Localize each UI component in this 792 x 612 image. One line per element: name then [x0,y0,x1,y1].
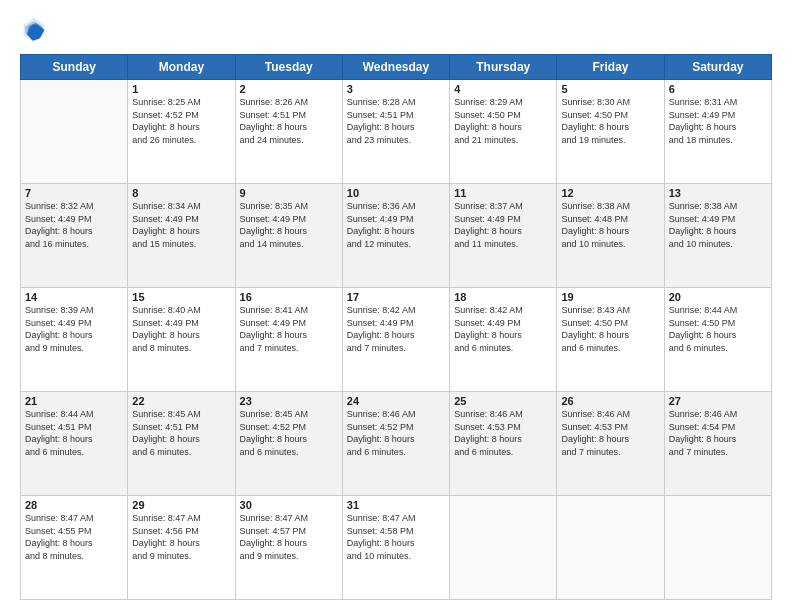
day-info: Sunrise: 8:45 AM Sunset: 4:51 PM Dayligh… [132,408,230,458]
day-info: Sunrise: 8:38 AM Sunset: 4:48 PM Dayligh… [561,200,659,250]
day-info: Sunrise: 8:46 AM Sunset: 4:53 PM Dayligh… [454,408,552,458]
day-number: 2 [240,83,338,95]
day-number: 19 [561,291,659,303]
day-number: 16 [240,291,338,303]
day-info: Sunrise: 8:37 AM Sunset: 4:49 PM Dayligh… [454,200,552,250]
calendar-cell: 31Sunrise: 8:47 AM Sunset: 4:58 PM Dayli… [342,496,449,600]
day-info: Sunrise: 8:25 AM Sunset: 4:52 PM Dayligh… [132,96,230,146]
calendar-cell: 29Sunrise: 8:47 AM Sunset: 4:56 PM Dayli… [128,496,235,600]
day-header-saturday: Saturday [664,55,771,80]
day-info: Sunrise: 8:47 AM Sunset: 4:55 PM Dayligh… [25,512,123,562]
day-info: Sunrise: 8:43 AM Sunset: 4:50 PM Dayligh… [561,304,659,354]
calendar-cell: 10Sunrise: 8:36 AM Sunset: 4:49 PM Dayli… [342,184,449,288]
day-info: Sunrise: 8:44 AM Sunset: 4:51 PM Dayligh… [25,408,123,458]
calendar-week-4: 21Sunrise: 8:44 AM Sunset: 4:51 PM Dayli… [21,392,772,496]
day-info: Sunrise: 8:47 AM Sunset: 4:56 PM Dayligh… [132,512,230,562]
day-number: 10 [347,187,445,199]
day-number: 6 [669,83,767,95]
day-info: Sunrise: 8:46 AM Sunset: 4:52 PM Dayligh… [347,408,445,458]
calendar-cell: 25Sunrise: 8:46 AM Sunset: 4:53 PM Dayli… [450,392,557,496]
calendar-week-3: 14Sunrise: 8:39 AM Sunset: 4:49 PM Dayli… [21,288,772,392]
day-number: 7 [25,187,123,199]
day-number: 4 [454,83,552,95]
day-info: Sunrise: 8:44 AM Sunset: 4:50 PM Dayligh… [669,304,767,354]
calendar-cell: 20Sunrise: 8:44 AM Sunset: 4:50 PM Dayli… [664,288,771,392]
day-number: 11 [454,187,552,199]
day-info: Sunrise: 8:42 AM Sunset: 4:49 PM Dayligh… [454,304,552,354]
calendar-cell: 13Sunrise: 8:38 AM Sunset: 4:49 PM Dayli… [664,184,771,288]
day-number: 29 [132,499,230,511]
calendar-cell [450,496,557,600]
calendar-table: SundayMondayTuesdayWednesdayThursdayFrid… [20,54,772,600]
day-number: 25 [454,395,552,407]
calendar-cell [21,80,128,184]
day-info: Sunrise: 8:39 AM Sunset: 4:49 PM Dayligh… [25,304,123,354]
day-info: Sunrise: 8:26 AM Sunset: 4:51 PM Dayligh… [240,96,338,146]
calendar-cell: 8Sunrise: 8:34 AM Sunset: 4:49 PM Daylig… [128,184,235,288]
calendar-cell: 21Sunrise: 8:44 AM Sunset: 4:51 PM Dayli… [21,392,128,496]
day-info: Sunrise: 8:46 AM Sunset: 4:53 PM Dayligh… [561,408,659,458]
day-number: 23 [240,395,338,407]
day-info: Sunrise: 8:36 AM Sunset: 4:49 PM Dayligh… [347,200,445,250]
calendar-cell: 2Sunrise: 8:26 AM Sunset: 4:51 PM Daylig… [235,80,342,184]
calendar-cell [557,496,664,600]
calendar-cell: 15Sunrise: 8:40 AM Sunset: 4:49 PM Dayli… [128,288,235,392]
calendar-cell: 14Sunrise: 8:39 AM Sunset: 4:49 PM Dayli… [21,288,128,392]
day-info: Sunrise: 8:47 AM Sunset: 4:58 PM Dayligh… [347,512,445,562]
day-info: Sunrise: 8:31 AM Sunset: 4:49 PM Dayligh… [669,96,767,146]
day-number: 3 [347,83,445,95]
day-number: 27 [669,395,767,407]
calendar-cell: 22Sunrise: 8:45 AM Sunset: 4:51 PM Dayli… [128,392,235,496]
day-number: 8 [132,187,230,199]
day-number: 22 [132,395,230,407]
day-info: Sunrise: 8:46 AM Sunset: 4:54 PM Dayligh… [669,408,767,458]
day-number: 26 [561,395,659,407]
day-info: Sunrise: 8:47 AM Sunset: 4:57 PM Dayligh… [240,512,338,562]
calendar-cell: 28Sunrise: 8:47 AM Sunset: 4:55 PM Dayli… [21,496,128,600]
day-info: Sunrise: 8:32 AM Sunset: 4:49 PM Dayligh… [25,200,123,250]
day-number: 1 [132,83,230,95]
day-number: 18 [454,291,552,303]
logo [20,16,52,44]
day-info: Sunrise: 8:29 AM Sunset: 4:50 PM Dayligh… [454,96,552,146]
logo-icon [20,16,48,44]
calendar-cell: 24Sunrise: 8:46 AM Sunset: 4:52 PM Dayli… [342,392,449,496]
day-header-sunday: Sunday [21,55,128,80]
day-header-friday: Friday [557,55,664,80]
calendar-cell: 5Sunrise: 8:30 AM Sunset: 4:50 PM Daylig… [557,80,664,184]
day-info: Sunrise: 8:45 AM Sunset: 4:52 PM Dayligh… [240,408,338,458]
calendar-cell: 16Sunrise: 8:41 AM Sunset: 4:49 PM Dayli… [235,288,342,392]
day-number: 14 [25,291,123,303]
day-info: Sunrise: 8:41 AM Sunset: 4:49 PM Dayligh… [240,304,338,354]
calendar-cell: 30Sunrise: 8:47 AM Sunset: 4:57 PM Dayli… [235,496,342,600]
day-number: 28 [25,499,123,511]
day-number: 17 [347,291,445,303]
calendar-cell: 27Sunrise: 8:46 AM Sunset: 4:54 PM Dayli… [664,392,771,496]
page: SundayMondayTuesdayWednesdayThursdayFrid… [0,0,792,612]
calendar-cell: 12Sunrise: 8:38 AM Sunset: 4:48 PM Dayli… [557,184,664,288]
day-info: Sunrise: 8:42 AM Sunset: 4:49 PM Dayligh… [347,304,445,354]
day-number: 5 [561,83,659,95]
day-header-thursday: Thursday [450,55,557,80]
day-info: Sunrise: 8:40 AM Sunset: 4:49 PM Dayligh… [132,304,230,354]
calendar-week-1: 1Sunrise: 8:25 AM Sunset: 4:52 PM Daylig… [21,80,772,184]
day-info: Sunrise: 8:28 AM Sunset: 4:51 PM Dayligh… [347,96,445,146]
calendar-cell: 18Sunrise: 8:42 AM Sunset: 4:49 PM Dayli… [450,288,557,392]
calendar-cell: 1Sunrise: 8:25 AM Sunset: 4:52 PM Daylig… [128,80,235,184]
day-number: 21 [25,395,123,407]
day-number: 9 [240,187,338,199]
day-info: Sunrise: 8:30 AM Sunset: 4:50 PM Dayligh… [561,96,659,146]
day-header-tuesday: Tuesday [235,55,342,80]
day-number: 20 [669,291,767,303]
day-info: Sunrise: 8:35 AM Sunset: 4:49 PM Dayligh… [240,200,338,250]
calendar-cell: 3Sunrise: 8:28 AM Sunset: 4:51 PM Daylig… [342,80,449,184]
calendar-week-5: 28Sunrise: 8:47 AM Sunset: 4:55 PM Dayli… [21,496,772,600]
calendar-cell [664,496,771,600]
calendar-cell: 7Sunrise: 8:32 AM Sunset: 4:49 PM Daylig… [21,184,128,288]
calendar-cell: 26Sunrise: 8:46 AM Sunset: 4:53 PM Dayli… [557,392,664,496]
calendar-cell: 19Sunrise: 8:43 AM Sunset: 4:50 PM Dayli… [557,288,664,392]
calendar-cell: 6Sunrise: 8:31 AM Sunset: 4:49 PM Daylig… [664,80,771,184]
day-number: 13 [669,187,767,199]
header [20,16,772,44]
day-number: 24 [347,395,445,407]
